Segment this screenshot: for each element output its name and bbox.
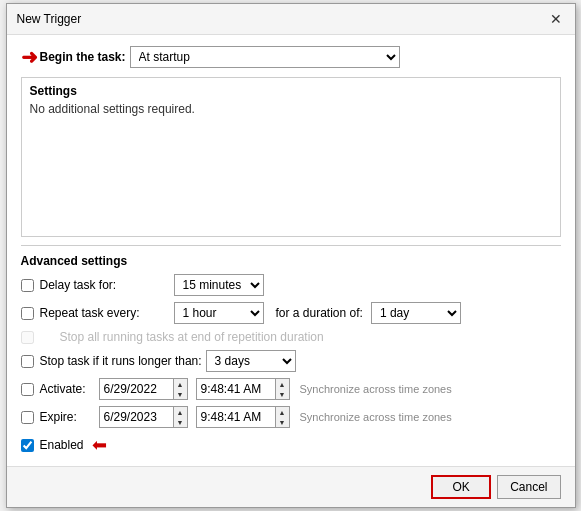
activate-date-spin[interactable]: ▲ ▼ xyxy=(174,378,188,400)
begin-task-row: ➜ Begin the task: At startup On a schedu… xyxy=(21,45,561,69)
expire-label: Expire: xyxy=(40,410,95,424)
expire-time-input[interactable] xyxy=(196,406,276,428)
close-button[interactable]: ✕ xyxy=(547,10,565,28)
expire-time-spin[interactable]: ▲ ▼ xyxy=(276,406,290,428)
delay-task-checkbox[interactable] xyxy=(21,279,34,292)
enabled-label: Enabled xyxy=(40,438,84,452)
settings-label: Settings xyxy=(30,84,552,98)
stop-task-label: Stop task if it runs longer than: xyxy=(40,354,202,368)
activate-date-input[interactable] xyxy=(99,378,174,400)
expire-time-spin-up[interactable]: ▲ xyxy=(276,407,289,417)
activate-row: Activate: ▲ ▼ ▲ ▼ Synchronize across tim… xyxy=(21,378,561,400)
begin-task-arrow: ➜ xyxy=(21,45,38,69)
activate-date-spin-down[interactable]: ▼ xyxy=(174,389,187,399)
expire-date-input[interactable] xyxy=(99,406,174,428)
expire-date-spin[interactable]: ▲ ▼ xyxy=(174,406,188,428)
activate-time-spin[interactable]: ▲ ▼ xyxy=(276,378,290,400)
dialog-buttons: OK Cancel xyxy=(7,466,575,507)
duration-select[interactable]: 1 day 30 minutes 1 hour 12 hours Indefin… xyxy=(371,302,461,324)
activate-label: Activate: xyxy=(40,382,95,396)
stop-task-checkbox[interactable] xyxy=(21,355,34,368)
enabled-arrow: ⬅ xyxy=(92,434,107,456)
stop-task-row: Stop task if it runs longer than: 3 days… xyxy=(21,350,561,372)
begin-task-select[interactable]: At startup On a schedule At log on On id… xyxy=(130,46,400,68)
repeat-task-label: Repeat task every: xyxy=(40,306,170,320)
expire-checkbox[interactable] xyxy=(21,411,34,424)
activate-checkbox[interactable] xyxy=(21,383,34,396)
stop-running-row: Stop all running tasks at end of repetit… xyxy=(21,330,561,344)
stop-running-label: Stop all running tasks at end of repetit… xyxy=(60,330,324,344)
expire-row: Expire: ▲ ▼ ▲ ▼ Synchronize across time … xyxy=(21,406,561,428)
activate-sync-label: Synchronize across time zones xyxy=(300,383,452,395)
repeat-task-checkbox[interactable] xyxy=(21,307,34,320)
new-trigger-dialog: New Trigger ✕ ➜ Begin the task: At start… xyxy=(6,3,576,508)
activate-time-input[interactable] xyxy=(196,378,276,400)
settings-group: Settings No additional settings required… xyxy=(21,77,561,237)
activate-date-spin-up[interactable]: ▲ xyxy=(174,379,187,389)
dialog-content: ➜ Begin the task: At startup On a schedu… xyxy=(7,35,575,466)
advanced-section: Advanced settings Delay task for: 15 min… xyxy=(21,245,561,456)
expire-date-spin-down[interactable]: ▼ xyxy=(174,417,187,427)
delay-task-label: Delay task for: xyxy=(40,278,170,292)
enabled-row: Enabled ⬅ xyxy=(21,434,561,456)
expire-time-spin-down[interactable]: ▼ xyxy=(276,417,289,427)
dialog-title: New Trigger xyxy=(17,12,82,26)
activate-time-spin-down[interactable]: ▼ xyxy=(276,389,289,399)
enabled-checkbox[interactable] xyxy=(21,439,34,452)
title-bar: New Trigger ✕ xyxy=(7,4,575,35)
repeat-task-row: Repeat task every: 1 hour 5 minutes 10 m… xyxy=(21,302,561,324)
advanced-label: Advanced settings xyxy=(21,254,561,268)
expire-sync-label: Synchronize across time zones xyxy=(300,411,452,423)
activate-time-wrapper: ▲ ▼ xyxy=(196,378,290,400)
repeat-task-select[interactable]: 1 hour 5 minutes 10 minutes 15 minutes 3… xyxy=(174,302,264,324)
activate-time-spin-up[interactable]: ▲ xyxy=(276,379,289,389)
begin-task-label: Begin the task: xyxy=(40,50,130,64)
delay-task-select[interactable]: 15 minutes 30 minutes 1 hour 8 hours 1 d… xyxy=(174,274,264,296)
activate-date-wrapper: ▲ ▼ xyxy=(99,378,188,400)
expire-date-wrapper: ▲ ▼ xyxy=(99,406,188,428)
ok-button[interactable]: OK xyxy=(431,475,491,499)
cancel-button[interactable]: Cancel xyxy=(497,475,560,499)
expire-date-spin-up[interactable]: ▲ xyxy=(174,407,187,417)
no-settings-text: No additional settings required. xyxy=(30,102,552,116)
duration-label: for a duration of: xyxy=(276,306,363,320)
stop-task-select[interactable]: 3 days 30 minutes 1 hour 2 hours 4 hours… xyxy=(206,350,296,372)
stop-running-checkbox[interactable] xyxy=(21,331,34,344)
delay-task-row: Delay task for: 15 minutes 30 minutes 1 … xyxy=(21,274,561,296)
expire-time-wrapper: ▲ ▼ xyxy=(196,406,290,428)
